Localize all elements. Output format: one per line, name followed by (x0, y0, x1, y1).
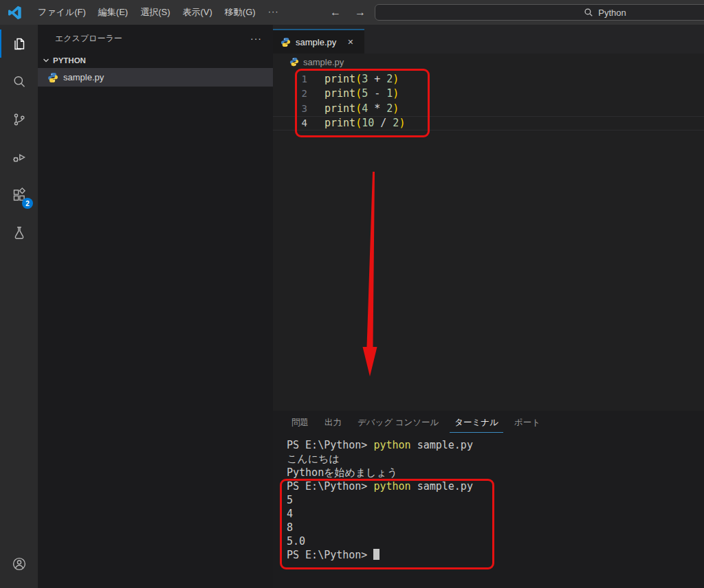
menu-select[interactable]: 選択(S) (134, 3, 176, 22)
file-item-sample-py[interactable]: sample.py (38, 68, 273, 87)
panel-tab-terminal[interactable]: ターミナル (450, 412, 503, 433)
code-lines: 1print(3 + 2)2print(5 - 1)3print(4 * 2)4… (273, 71, 704, 131)
terminal-line: PS E:\Python> python sample.py (287, 480, 704, 494)
search-icon (584, 8, 593, 17)
account-icon (11, 556, 28, 572)
terminal-cursor (373, 549, 380, 560)
vscode-window: { "titlebar": { "menus": ["ファイル(F)", "編集… (0, 0, 704, 588)
python-file-icon (47, 72, 58, 83)
vscode-logo-icon (8, 5, 22, 20)
editor-group: sample.py ✕ sample.py 1print(3 + 2)2prin… (273, 25, 704, 588)
line-number: 4 (273, 117, 307, 128)
tab-label: sample.py (296, 37, 336, 47)
run-and-debug-icon (11, 149, 28, 166)
activitybar-explorer[interactable] (0, 25, 38, 63)
breadcrumb-label: sample.py (303, 57, 344, 67)
panel-tab-debug-console[interactable]: デバッグ コンソール (353, 412, 443, 433)
extensions-badge: 2 (22, 198, 33, 209)
command-center-search[interactable]: Python (375, 4, 704, 21)
search-icon (11, 74, 28, 90)
sidebar-more-actions-icon[interactable]: ··· (250, 33, 262, 44)
terminal-line: 5 (287, 494, 704, 508)
activitybar-extensions[interactable]: 2 (0, 176, 38, 214)
panel-tab-bar: 問題 出力 デバッグ コンソール ターミナル ポート (273, 411, 704, 434)
code-line: 1print(3 + 2) (273, 71, 704, 87)
close-icon[interactable]: ✕ (347, 38, 353, 47)
tab-sample-py[interactable]: sample.py ✕ (273, 29, 364, 54)
panel-tab-output[interactable]: 出力 (320, 412, 346, 433)
file-label: sample.py (63, 72, 104, 82)
menu-go[interactable]: 移動(G) (219, 3, 262, 22)
sidebar-section-python[interactable]: PYTHON (38, 52, 273, 68)
panel-tab-problems[interactable]: 問題 (287, 412, 314, 433)
panel-tab-ports[interactable]: ポート (509, 412, 545, 433)
python-file-icon (280, 37, 291, 47)
files-icon (11, 36, 28, 52)
section-label: PYTHON (53, 56, 86, 65)
terminal-line: Pythonを始めましょう (287, 466, 704, 480)
back-arrow-icon[interactable]: ← (330, 6, 341, 19)
code-line: 2print(5 - 1) (273, 87, 704, 102)
activitybar-testing[interactable] (0, 214, 38, 251)
terminal-line: こんにちは (287, 453, 704, 466)
code-line: 4print(10 / 2) (273, 116, 704, 131)
bottom-panel: 問題 出力 デバッグ コンソール ターミナル ポート PS E:\Python>… (273, 411, 704, 588)
menu-edit[interactable]: 編集(E) (92, 3, 134, 22)
source-control-icon (11, 111, 28, 128)
forward-arrow-icon[interactable]: → (355, 6, 366, 19)
code-editor[interactable]: 1print(3 + 2)2print(5 - 1)3print(4 * 2)4… (273, 70, 704, 411)
terminal-line: PS E:\Python> (287, 549, 704, 563)
line-number: 2 (273, 88, 307, 99)
activitybar-source-control[interactable] (0, 100, 38, 138)
activitybar-account[interactable] (0, 545, 38, 583)
beaker-icon (11, 225, 28, 241)
terminal-line: 8 (287, 521, 704, 535)
activitybar-search[interactable] (0, 63, 38, 100)
terminal-line: 5.0 (287, 535, 704, 549)
titlebar: ファイル(F) 編集(E) 選択(S) 表示(V) 移動(G) ··· ← → … (0, 0, 704, 25)
menu-bar: ファイル(F) 編集(E) 選択(S) 表示(V) 移動(G) ··· (32, 3, 285, 22)
explorer-sidebar: エクスプローラー ··· PYTHON sample.py (38, 25, 273, 588)
activity-bar: 2 (0, 25, 38, 588)
menu-view[interactable]: 表示(V) (177, 3, 219, 22)
sidebar-header: エクスプローラー ··· (38, 25, 273, 52)
breadcrumb[interactable]: sample.py (273, 54, 704, 70)
python-file-icon (289, 57, 299, 67)
terminal-content[interactable]: PS E:\Python> python sample.pyこんにちはPytho… (273, 434, 704, 588)
line-number: 1 (273, 74, 307, 84)
menu-file[interactable]: ファイル(F) (32, 3, 92, 22)
line-number: 3 (273, 103, 307, 114)
terminal-line: PS E:\Python> python sample.py (287, 439, 704, 453)
chevron-down-icon (41, 56, 51, 65)
editor-tab-bar: sample.py ✕ (273, 25, 704, 54)
history-navigation: ← → (330, 0, 366, 25)
sidebar-title: エクスプローラー (55, 33, 250, 45)
search-text: Python (598, 8, 626, 18)
terminal-line: 4 (287, 508, 704, 521)
activitybar-run-debug[interactable] (0, 138, 38, 176)
menu-more-icon[interactable]: ··· (262, 3, 285, 22)
code-line: 3print(4 * 2) (273, 101, 704, 116)
